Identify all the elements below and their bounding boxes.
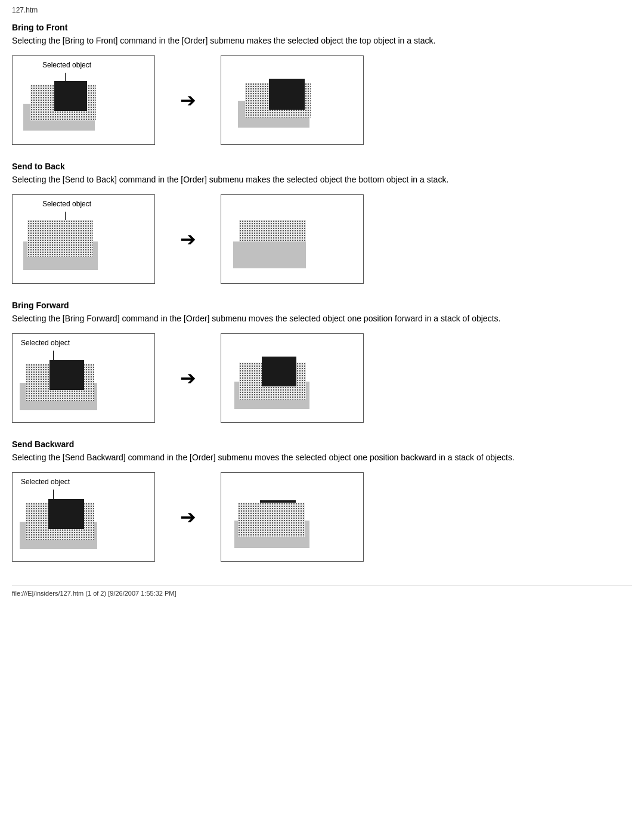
send-backward-title: Send Backward (12, 439, 632, 449)
bring-forward-after (221, 333, 364, 423)
selected-object-label-3: Selected object (21, 339, 70, 347)
bring-forward-title: Bring Forward (12, 301, 632, 310)
section-send-backward: Send Backward Selecting the [Send Backwa… (12, 439, 632, 562)
bring-to-front-title: Bring to Front (12, 23, 632, 32)
dotted-rect-4-after (238, 503, 305, 537)
bring-to-front-desc: Selecting the [Bring to Front] command i… (12, 35, 632, 47)
arrow-2: ➔ (173, 224, 203, 254)
bring-forward-desc: Selecting the [Bring Forward] command in… (12, 312, 632, 325)
black-rect-1 (54, 81, 87, 111)
send-backward-after (221, 472, 364, 562)
send-backward-before: Selected object (12, 472, 155, 562)
bring-to-front-after (221, 55, 364, 145)
arrow-3: ➔ (173, 363, 203, 393)
send-to-back-desc: Selecting the [Send to Back] command in … (12, 174, 632, 186)
file-path: 127.htm (12, 6, 632, 14)
send-to-back-title: Send to Back (12, 162, 632, 171)
black-rect-3 (49, 360, 84, 390)
arrow-4: ➔ (173, 502, 203, 532)
bring-to-front-before: Selected object (12, 55, 155, 145)
black-rect-3-after (262, 357, 296, 386)
send-to-back-diagram: Selected object ➔ (12, 194, 632, 284)
section-bring-to-front: Bring to Front Selecting the [Bring to F… (12, 23, 632, 145)
bring-forward-before: Selected object (12, 333, 155, 423)
arrow-1: ➔ (173, 85, 203, 115)
selected-object-label-2: Selected object (42, 200, 91, 208)
selected-object-label-4: Selected object (21, 478, 70, 486)
dotted-rect-2 (27, 220, 93, 257)
send-backward-diagram: Selected object ➔ (12, 472, 632, 562)
send-to-back-before: Selected object (12, 194, 155, 284)
bring-forward-diagram: Selected object ➔ (12, 333, 632, 423)
black-rect-4 (48, 499, 84, 529)
bring-to-front-diagram: Selected object ➔ (12, 55, 632, 145)
send-to-back-after (221, 194, 364, 284)
send-backward-desc: Selecting the [Send Backward] command in… (12, 451, 632, 464)
footer: file:///E|/insiders/127.htm (1 of 2) [9/… (12, 586, 632, 597)
gray-rect-2-after (233, 241, 306, 268)
selected-object-label-1: Selected object (42, 61, 91, 69)
section-send-to-back: Send to Back Selecting the [Send to Back… (12, 162, 632, 284)
section-bring-forward: Bring Forward Selecting the [Bring Forwa… (12, 301, 632, 423)
black-rect-1-after (269, 79, 305, 110)
